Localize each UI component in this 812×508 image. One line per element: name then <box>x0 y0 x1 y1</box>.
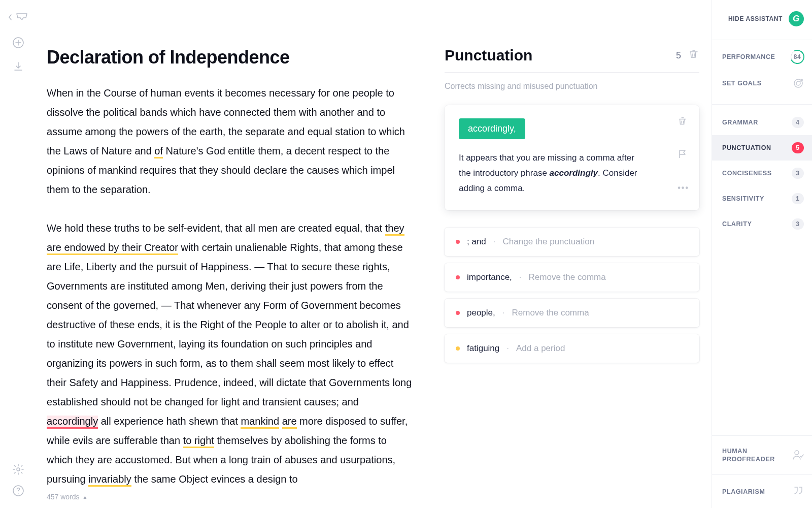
highlight-yellow[interactable]: mankind <box>241 416 279 429</box>
highlight-error[interactable]: accordingly <box>47 416 98 429</box>
severity-dot <box>456 346 460 351</box>
category-count: 1 <box>792 193 804 204</box>
human-proofreader[interactable]: HUMANPROOFREADER <box>712 436 812 474</box>
severity-dot <box>456 240 460 244</box>
category-label: CONCISENESS <box>722 170 772 177</box>
row-hint: Remove the comma <box>529 272 606 282</box>
suggestion-row[interactable]: importance, · Remove the comma <box>445 263 699 292</box>
row-main: people, <box>467 308 495 318</box>
text: We hold these truths to be self-evident,… <box>47 223 385 234</box>
set-goals-label: SET GOALS <box>722 80 762 87</box>
row-main: importance, <box>467 272 512 282</box>
svg-point-5 <box>795 451 799 455</box>
quote-icon <box>793 486 804 497</box>
svg-point-1 <box>17 468 20 471</box>
category-grammar[interactable]: GRAMMAR 4 <box>712 110 812 135</box>
suggestion-row[interactable]: people, · Remove the comma <box>445 299 699 327</box>
panel-header: Punctuation 5 <box>445 47 699 73</box>
left-rail <box>0 0 37 508</box>
performance-label: PERFORMANCE <box>722 53 775 60</box>
grammarly-logo-icon: G <box>789 11 804 26</box>
inbox-icon <box>15 12 28 24</box>
performance-score: 84 <box>791 50 804 64</box>
suggestion-row[interactable]: fatiguing · Add a period <box>445 334 699 363</box>
target-icon <box>793 78 804 89</box>
text <box>279 416 282 427</box>
category-label: SENSITIVITY <box>722 195 764 202</box>
word-count[interactable]: 457 words ▲ <box>47 493 88 501</box>
download-button[interactable] <box>13 61 24 72</box>
category-count: 4 <box>792 117 804 128</box>
person-check-icon <box>792 449 804 462</box>
category-sensitivity[interactable]: SENSITIVITY 1 <box>712 186 812 211</box>
row-main: ; and <box>467 237 486 247</box>
suggestion-card[interactable]: accordingly, It appears that you are mis… <box>445 105 699 210</box>
trash-icon[interactable] <box>688 49 699 62</box>
severity-dot <box>456 275 460 279</box>
text: all experience hath shewn that <box>98 416 241 427</box>
row-sep: · <box>519 272 522 282</box>
category-label: GRAMMAR <box>722 119 758 126</box>
highlight-yellow[interactable]: are <box>282 416 297 429</box>
row-hint: Add a period <box>516 343 565 354</box>
back-to-docs[interactable] <box>8 12 28 24</box>
suggestion-explanation: It appears that you are missing a comma … <box>459 150 647 196</box>
category-count: 3 <box>792 168 804 179</box>
hide-assistant[interactable]: HIDE ASSISTANT G <box>712 11 812 38</box>
text: the same Object evinces a design to <box>131 473 298 485</box>
word-count-label: 457 words <box>47 493 80 501</box>
caret-up-icon: ▲ <box>83 494 88 500</box>
flag-icon[interactable] <box>678 149 689 161</box>
right-sidebar: HIDE ASSISTANT G PERFORMANCE 84 SET GOAL… <box>712 0 812 508</box>
category-count: 5 <box>792 142 804 153</box>
new-doc-button[interactable] <box>12 37 24 49</box>
text: PROOFREADER <box>722 456 775 463</box>
more-icon[interactable]: ••• <box>678 183 689 193</box>
category-count: 3 <box>792 218 804 230</box>
panel-title: Punctuation <box>445 47 532 64</box>
settings-button[interactable] <box>12 463 24 475</box>
text-emphasis: accordingly <box>550 168 598 178</box>
row-sep: · <box>502 308 505 318</box>
suggestion-chip[interactable]: accordingly, <box>459 118 525 139</box>
panel-count: 5 <box>676 50 681 61</box>
trash-icon[interactable] <box>678 116 689 129</box>
hide-assistant-label: HIDE ASSISTANT <box>728 15 783 22</box>
category-label: PUNCTUATION <box>722 144 771 151</box>
text: with certain unalienable Rights, that am… <box>47 242 412 407</box>
panel-description: Corrects missing and misused punctuation <box>445 82 699 91</box>
plagiarism-label: PLAGIARISM <box>722 488 765 495</box>
category-conciseness[interactable]: CONCISENESS 3 <box>712 161 812 186</box>
help-button[interactable] <box>12 485 24 497</box>
category-punctuation[interactable]: PUNCTUATION 5 <box>712 135 812 161</box>
performance-item[interactable]: PERFORMANCE 84 <box>712 40 812 71</box>
text: HUMAN <box>722 448 748 455</box>
category-clarity[interactable]: CLARITY 3 <box>712 211 812 237</box>
chevron-left-icon <box>8 14 13 23</box>
highlight-yellow[interactable]: invariably <box>88 473 131 487</box>
highlight-yellow[interactable]: to right <box>183 435 214 448</box>
severity-dot <box>456 311 460 315</box>
editor-column: Declaration of Independence When in the … <box>37 0 443 508</box>
category-label: CLARITY <box>722 220 752 228</box>
row-sep: · <box>506 343 509 354</box>
suggestion-panel: Punctuation 5 Corrects missing and misus… <box>443 0 712 508</box>
set-goals-item[interactable]: SET GOALS <box>712 71 812 96</box>
suggestion-row[interactable]: ; and · Change the punctuation <box>445 228 699 256</box>
doc-body[interactable]: When in the Course of human events it be… <box>47 83 412 489</box>
row-hint: Change the punctuation <box>503 237 595 247</box>
row-hint: Remove the comma <box>512 308 589 318</box>
highlight-yellow[interactable]: of <box>154 145 163 158</box>
row-sep: · <box>493 237 496 247</box>
plagiarism[interactable]: PLAGIARISM <box>712 474 812 508</box>
doc-title[interactable]: Declaration of Independence <box>47 47 432 68</box>
row-main: fatiguing <box>467 343 499 354</box>
